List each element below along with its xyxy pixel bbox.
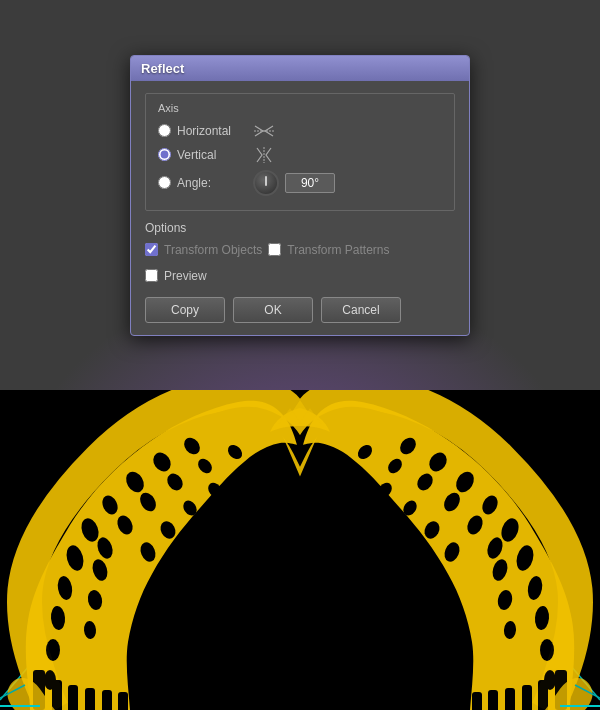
vertical-radio[interactable] <box>158 148 171 161</box>
svg-rect-31 <box>68 685 78 710</box>
svg-rect-62 <box>505 688 515 710</box>
svg-point-13 <box>46 639 60 661</box>
horizontal-row: Horizontal <box>158 122 442 140</box>
horizontal-reflect-icon <box>253 122 275 140</box>
reflect-dialog: Reflect Axis Horizontal <box>130 55 470 336</box>
svg-rect-60 <box>538 680 548 710</box>
preview-checkbox[interactable] <box>145 269 158 282</box>
svg-point-43 <box>540 639 554 661</box>
transform-patterns-label[interactable]: Transform Patterns <box>287 243 389 257</box>
vertical-label[interactable]: Vertical <box>177 148 247 162</box>
copy-button[interactable]: Copy <box>145 297 225 323</box>
transform-objects-label[interactable]: Transform Objects <box>164 243 262 257</box>
arch-artwork <box>0 390 600 710</box>
horizontal-label[interactable]: Horizontal <box>177 124 247 138</box>
canvas-area <box>0 390 600 710</box>
cancel-button[interactable]: Cancel <box>321 297 401 323</box>
svg-rect-30 <box>52 680 62 710</box>
ok-button[interactable]: OK <box>233 297 313 323</box>
transform-patterns-checkbox[interactable] <box>268 243 281 256</box>
angle-radio[interactable] <box>158 176 171 189</box>
transform-objects-checkbox[interactable] <box>145 243 158 256</box>
vertical-reflect-icon <box>253 146 275 164</box>
options-group: Options Transform Objects Transform Patt… <box>145 221 455 257</box>
dialog-title: Reflect <box>141 61 184 76</box>
horizontal-radio[interactable] <box>158 124 171 137</box>
dialog-titlebar: Reflect <box>131 56 469 81</box>
options-label: Options <box>145 221 455 235</box>
transform-objects-row: Transform Objects Transform Patterns <box>145 243 455 257</box>
svg-rect-64 <box>472 692 482 710</box>
svg-rect-33 <box>102 690 112 710</box>
svg-rect-32 <box>85 688 95 710</box>
dialog-area: Reflect Axis Horizontal <box>0 0 600 390</box>
preview-row: Preview <box>145 269 455 283</box>
svg-rect-34 <box>118 692 128 710</box>
angle-row: Angle: <box>158 170 442 196</box>
svg-rect-61 <box>522 685 532 710</box>
angle-dial[interactable] <box>253 170 279 196</box>
angle-input[interactable] <box>285 173 335 193</box>
button-row: Copy OK Cancel <box>145 297 455 323</box>
axis-group: Axis Horizontal Ve <box>145 93 455 211</box>
preview-label[interactable]: Preview <box>164 269 207 283</box>
dialog-body: Axis Horizontal Ve <box>131 81 469 335</box>
svg-rect-63 <box>488 690 498 710</box>
axis-label: Axis <box>158 102 442 114</box>
angle-label[interactable]: Angle: <box>177 176 247 190</box>
vertical-row: Vertical <box>158 146 442 164</box>
